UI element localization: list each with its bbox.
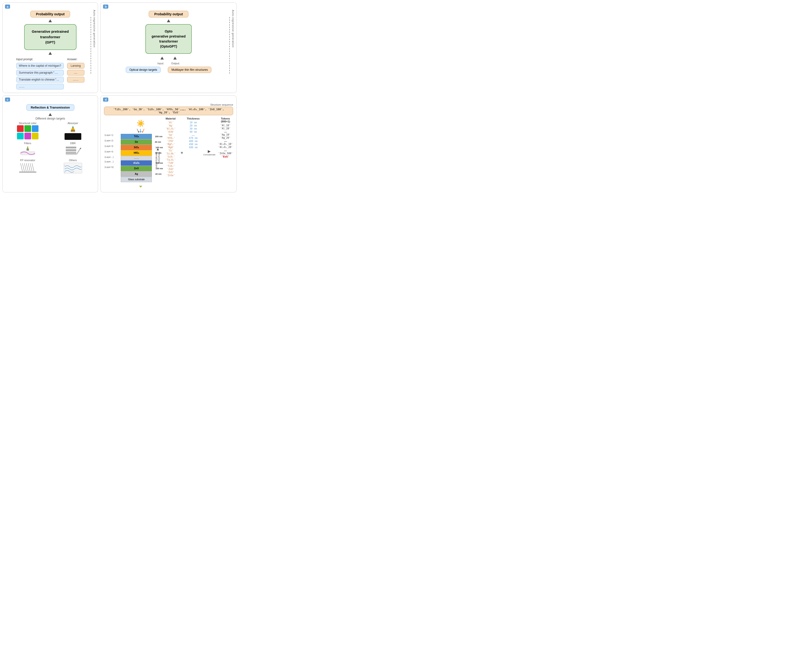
structural-color-label: Structural color (19, 122, 37, 125)
svg-line-20 (28, 163, 30, 171)
layer-ag: Ag20 nm (121, 171, 152, 177)
svg-rect-10 (66, 154, 76, 155)
tokens-col: Tokens(900+1) 'Al_10' 'Al_20' …… 'Ag_10'… (218, 117, 233, 158)
svg-line-22 (32, 163, 34, 171)
svg-line-21 (30, 163, 32, 171)
dbr-label: DBR (70, 142, 75, 145)
mat-mgo: 'MgO' (167, 146, 174, 149)
thick-470: 470 nm (189, 137, 197, 139)
layer2-label: (Layer 2) (104, 139, 113, 142)
arrow-up-c (48, 113, 52, 116)
mat-sio2: 'SiO₂' (166, 155, 175, 158)
layer-n2-wrap: (Layer N) ZnO100 nm (121, 166, 152, 171)
prob-output-a: Probability output (30, 11, 70, 18)
absorber-black-bar (64, 133, 81, 140)
layer-glass: Glass substrate (121, 177, 152, 182)
tok-ag20: 'Ag_20' (221, 136, 230, 139)
prompt-section: Input prompt: Where is the capital of mi… (6, 58, 94, 90)
mat-al2o3: 'Al₂O₃' (165, 127, 176, 130)
answer-item-1: Lansing (67, 63, 85, 69)
panel-a: a Auto-regressive generation Probability… (2, 2, 98, 93)
svg-marker-2 (27, 146, 29, 149)
prompt-item-3: Translate english to chinese:"… (16, 77, 64, 82)
target-dbr: DBR (51, 142, 94, 157)
answer-item-3: …… (67, 77, 85, 82)
layer1: TiO₂200 nm (121, 134, 152, 139)
svg-line-16 (21, 163, 22, 171)
answer-item-2: .... (67, 70, 85, 75)
mat-si3n4: 'Si₃N₄' (165, 152, 176, 155)
svg-marker-29 (140, 131, 142, 133)
prompt-item-2: Summarize this paragraph:"…. (16, 70, 64, 75)
concat-arrow-icon (208, 150, 211, 153)
tok-al2o3-20: 'Al₂O₃_20' (218, 146, 233, 149)
tok-al10: 'Al_10' (221, 124, 230, 127)
layer-ag-wrap: Ag20 nm (121, 171, 152, 177)
panel-c-label: c (5, 98, 10, 102)
tok-znse-500: 'ZnSe_500' (218, 152, 233, 155)
optogpt-box: Optogenerative pretrainedtransformer(Opt… (146, 24, 192, 54)
struct-serial-col: StructureSerialization (155, 148, 160, 168)
svg-rect-5 (66, 147, 76, 148)
io-row-b: Input: Output: (157, 62, 180, 65)
svg-rect-3 (27, 149, 29, 150)
arrow-prob-to-gpt-a (48, 19, 52, 22)
absorber-arrow-icon (64, 125, 81, 133)
panel-b-content: Probability output Optogenerative pretra… (104, 11, 233, 73)
target-fp-resonator: FP resonator (6, 159, 49, 174)
thick-30: 30 nm (190, 127, 197, 130)
rt-box-wrap: Reflection & Transmission (6, 104, 94, 112)
io-arrows-row (160, 56, 177, 60)
svg-marker-27 (138, 131, 139, 133)
tok-ag10: 'Ag_10' (221, 133, 230, 136)
mat-ge: 'Ge' (168, 134, 173, 136)
auto-reg-dashed-line-b (229, 17, 230, 74)
svg-marker-33 (139, 186, 142, 188)
gpt-box: Generative pretrainedtransformer(GPT) (24, 24, 77, 50)
mat-tio2: 'TiO₂' (166, 165, 175, 167)
dbr-icon (63, 146, 83, 157)
svg-line-14 (77, 148, 82, 154)
concat-label: Concatenate (203, 154, 215, 156)
tok-dots1: …… (224, 130, 227, 133)
absorber-visual (64, 125, 81, 140)
svg-rect-15 (19, 171, 36, 173)
panel-d: d Structure sequence 'TiO₂_200', 'Ge_30'… (101, 95, 237, 192)
arrow-input-b (160, 57, 164, 59)
mat-ta2o5: 'Ta₂O₅' (165, 158, 176, 161)
input-prompt-label: Input prompt: (16, 58, 64, 61)
layer4-label: (Layer 4) (104, 150, 113, 153)
layer-n2-label: (Layer N) (104, 166, 114, 168)
auto-reg-label-b: Auto-regressive generation (232, 10, 235, 48)
thickness-col: Thickness 10 nm 20 nm 30 nm 40 nm …… 470… (186, 117, 201, 149)
mat-ito: 'ITO' (167, 140, 174, 142)
svg-line-19 (26, 163, 28, 171)
prob-output-b: Probability output (149, 11, 189, 18)
tokens-col-label: Tokens(900+1) (221, 117, 230, 123)
layer-1-wrap: (Layer 1) TiO₂200 nm (121, 134, 152, 139)
layer-3-wrap: (Layer 3) SiO₂100 nm (121, 145, 152, 150)
material-col-label: Material (166, 117, 176, 120)
mat-hfo2: 'HfO₂' (166, 137, 175, 139)
mat-al: 'Al' (168, 121, 173, 124)
tok-al20: 'Al_20' (221, 127, 230, 130)
thick-490: 490 nm (189, 143, 197, 146)
seq-bar: 'TiO₂_200', 'Ge_30', 'SiO₂_100', 'HfO₂_5… (104, 107, 233, 115)
layer2: Ge30 nm (121, 139, 152, 145)
target-filters: Filters (6, 142, 49, 157)
thickness-col-label: Thickness (187, 117, 200, 120)
layer-glass-wrap: Glass substrate (121, 177, 152, 182)
color-green (24, 125, 31, 132)
arrow-input-to-gpt-a (48, 52, 52, 55)
thick-40: 40 nm (190, 131, 197, 133)
layer3: SiO₂100 nm (121, 145, 152, 150)
layer-dots: …… (121, 156, 152, 160)
rt-text: Reflection & Transmission (31, 106, 70, 109)
output-label-b: Output: (171, 62, 180, 65)
layer-dots-wrap: (Layer…) …… (121, 156, 152, 160)
sun-arrows-icon (134, 128, 147, 133)
layer1-label: (Layer 1) (104, 134, 113, 136)
others-icon: 1 0 (63, 162, 83, 174)
layer-n1: Al₂O₃100 nm (121, 160, 152, 166)
panel-c-content: Reflection & Transmission Different desi… (6, 104, 94, 174)
